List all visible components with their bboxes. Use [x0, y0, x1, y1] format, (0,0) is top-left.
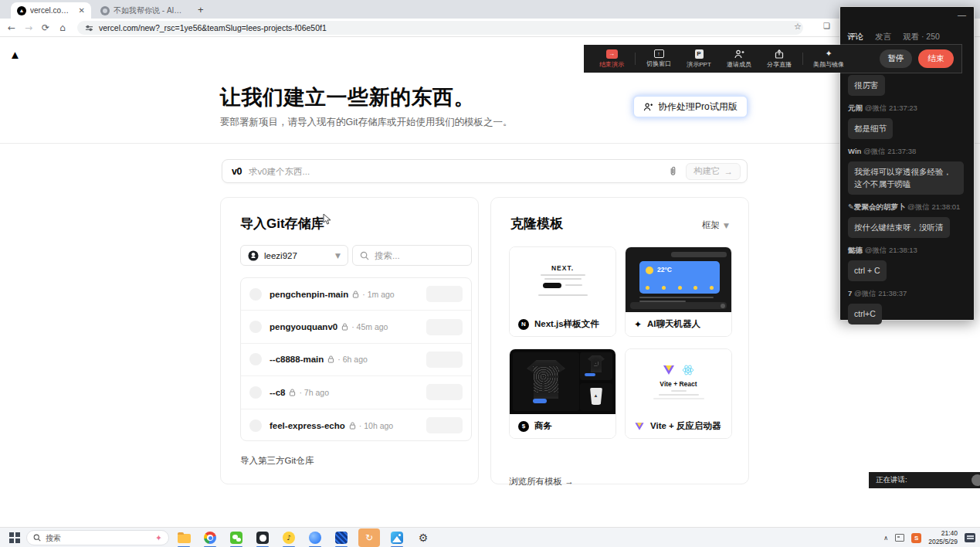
url-bar[interactable]: vercel.com/new?_rsc=1ye56&teamSlug=lees-…	[77, 21, 803, 35]
import-button-skeleton[interactable]	[426, 384, 463, 400]
new-tab-button[interactable]: +	[198, 4, 204, 15]
extensions-icon[interactable]: ❏	[823, 22, 830, 30]
lock-icon	[341, 323, 348, 331]
tray-app-icon[interactable]	[895, 534, 904, 542]
template-ai-chatbot[interactable]: 22°C ✦ AI聊天机器人	[625, 246, 732, 337]
vercel-logo-icon[interactable]: ▲	[9, 48, 21, 61]
skeleton-line	[541, 274, 585, 276]
system-tray: ∧ S 21:40 2025/5/29	[883, 528, 975, 547]
chat-author: 7 @微信 21:38:37	[848, 289, 907, 299]
end-button[interactable]: 结束	[918, 49, 954, 68]
toolbar-label: 邀请成员	[727, 60, 751, 69]
import-button-skeleton[interactable]	[426, 286, 463, 302]
v0-logo-icon: v0	[232, 166, 242, 177]
tab-vercel[interactable]: ▲ vercel.com/new? ✕	[11, 2, 91, 19]
taskbar-search[interactable]: ✦	[26, 530, 169, 545]
switch-window-icon: ↑	[654, 49, 664, 58]
template-vite[interactable]: Vite + React Vite + 反应启动器	[625, 348, 732, 439]
repo-search-input[interactable]	[375, 251, 452, 260]
clock[interactable]: 21:40 2025/5/29	[928, 529, 958, 546]
browser-app-icon[interactable]	[306, 528, 324, 547]
temperature-text: 22°C	[657, 266, 672, 274]
notification-center-icon[interactable]	[965, 533, 975, 542]
template-commerce[interactable]: $ 商务	[509, 348, 616, 439]
repo-row[interactable]: feel-express-echo · 10h ago	[241, 409, 471, 441]
toolbar-label: 结束演示	[599, 60, 624, 69]
template-label: Next.js样板文件	[534, 318, 599, 330]
import-button-skeleton[interactable]	[426, 417, 463, 433]
site-settings-icon[interactable]	[85, 24, 93, 32]
repo-row[interactable]: pengyouquanv0 · 45m ago	[241, 311, 471, 343]
chrome-icon[interactable]	[201, 528, 219, 547]
tray-s-app-icon[interactable]: S	[911, 533, 921, 543]
beauty-mirror-button[interactable]: ✦ 美颜与镜像	[806, 49, 851, 69]
search-icon	[360, 251, 369, 260]
repo-name: --c8888-main	[270, 355, 324, 364]
bookmark-star-icon[interactable]: ☆	[794, 22, 802, 32]
framework-filter-dropdown[interactable]: 框架 ▼	[702, 219, 729, 231]
netdisk-app-icon[interactable]	[332, 528, 351, 547]
present-ppt-button[interactable]: P 演示PPT	[679, 49, 719, 69]
start-button-icon[interactable]	[9, 532, 20, 543]
screen-share-app-icon[interactable]: ↻	[358, 528, 380, 547]
repo-row[interactable]: pengchenpin-main · 1m ago	[241, 278, 471, 311]
file-explorer-icon[interactable]	[175, 528, 193, 547]
chat-bubble: 我觉得可以穿透很多经验，这个不属于唠嗑	[848, 161, 964, 195]
chat-bubble: 按什么键结束呀，没听清	[848, 217, 950, 238]
build-it-label: 构建它	[693, 165, 721, 177]
attachment-icon[interactable]	[668, 166, 678, 176]
chat-message-list[interactable]: 很厉害 元闹 @微信 21:37:23 都是细节 Win @微信 21:37:3…	[848, 75, 968, 324]
product-thumb	[580, 383, 612, 411]
repo-time: · 10h ago	[359, 421, 393, 430]
template-nextjs[interactable]: NEXT. N Next.js样板文件	[509, 246, 616, 337]
repo-time: · 1m ago	[362, 290, 394, 299]
wechat-icon[interactable]	[227, 528, 246, 547]
photos-app-icon[interactable]	[388, 528, 406, 547]
vercel-new-page: ▲ 让我们建立一些新的东西。 要部署新项目，请导入现有的Git存储库或开始使用我…	[0, 37, 980, 527]
github-desktop-icon[interactable]	[253, 528, 272, 547]
chevron-down-icon: ▼	[724, 222, 729, 229]
chat-bubble: 很厉害	[848, 75, 885, 96]
collaborate-pro-button[interactable]: 协作处理Pro试用版	[633, 96, 748, 117]
invite-members-button[interactable]: 邀请成员	[719, 49, 759, 69]
windows-taskbar: ✦ ♪ ↻ ⚙ ∧ S 21:40 2025/5/29	[0, 527, 980, 547]
forward-icon[interactable]: →	[20, 22, 37, 33]
import-button-skeleton[interactable]	[426, 319, 463, 335]
third-party-git-link[interactable]: 导入第三方Git仓库	[240, 455, 314, 467]
home-icon[interactable]: ⌂	[54, 22, 71, 33]
end-presentation-button[interactable]: → 结束演示	[592, 49, 632, 69]
browser-tabstrip: ▲ vercel.com/new? ✕ 不如我帮你说 - AI朋友 +	[0, 0, 980, 19]
template-grid: NEXT. N Next.js样板文件	[509, 246, 733, 439]
settings-gear-icon[interactable]: ⚙	[414, 528, 432, 547]
lock-icon	[352, 290, 359, 298]
import-button-skeleton[interactable]	[426, 352, 463, 368]
speaking-label: 正在讲话:	[876, 475, 907, 485]
skeleton-line	[538, 294, 588, 296]
back-icon[interactable]: ←	[3, 22, 20, 33]
template-commerce-preview	[510, 349, 615, 414]
pause-button[interactable]: 暂停	[880, 49, 912, 68]
tab-close-icon[interactable]: ✕	[79, 6, 85, 15]
music-app-icon[interactable]: ♪	[280, 528, 298, 547]
share-live-button[interactable]: 分享直播	[759, 49, 799, 69]
git-account-dropdown[interactable]: leezi927 ▼	[240, 245, 348, 266]
repo-avatar	[249, 420, 262, 432]
build-it-button[interactable]: 构建它 →	[686, 163, 741, 180]
template-nextjs-preview: NEXT.	[510, 247, 615, 312]
v0-prompt-input[interactable]	[249, 167, 660, 176]
ai-tab-favicon-icon	[100, 6, 110, 15]
reload-icon[interactable]: ⟳	[37, 22, 54, 33]
repo-time: · 45m ago	[351, 322, 388, 331]
end-share-icon: →	[606, 49, 618, 59]
minimize-icon[interactable]: —	[958, 10, 966, 19]
tray-chevron-icon[interactable]: ∧	[883, 535, 888, 542]
repo-row[interactable]: --c8 · 7h ago	[241, 376, 471, 409]
clock-time: 21:40	[928, 529, 958, 538]
repo-row[interactable]: --c8888-main · 6h ago	[241, 344, 471, 376]
browse-all-templates-link[interactable]: 浏览所有模板 →	[509, 476, 574, 488]
tab-ai-chat[interactable]: 不如我帮你说 - AI朋友	[94, 2, 192, 19]
taskbar-search-input[interactable]	[46, 534, 131, 542]
repo-search-box[interactable]	[352, 245, 472, 266]
switch-window-button[interactable]: ↑ 切换窗口	[639, 49, 679, 68]
pencil-icon: ✎	[848, 202, 854, 211]
